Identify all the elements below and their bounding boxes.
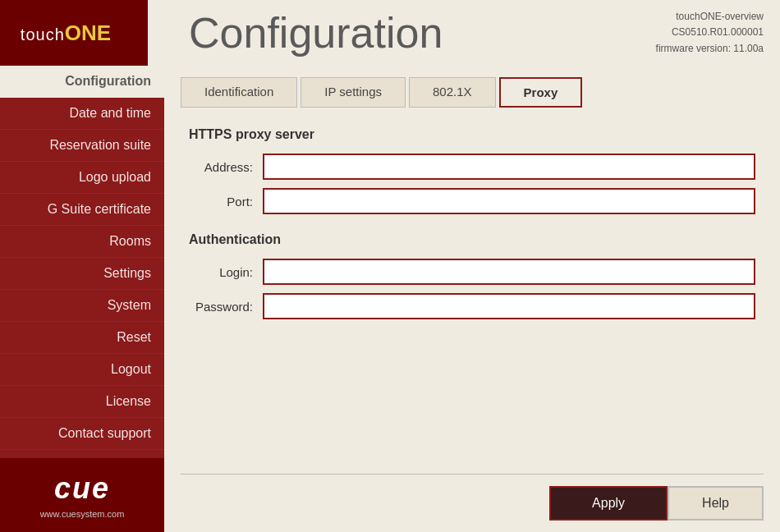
tabs-bar: Identification IP settings 802.1X Proxy bbox=[164, 66, 780, 108]
apply-button[interactable]: Apply bbox=[549, 486, 668, 521]
page-title: Configuration bbox=[189, 8, 656, 57]
sidebar-item-system[interactable]: System bbox=[0, 290, 164, 322]
sidebar-item-date-and-time[interactable]: Date and time bbox=[0, 98, 164, 130]
sidebar-item-rooms[interactable]: Rooms bbox=[0, 226, 164, 258]
sidebar-item-g-suite-certificate[interactable]: G Suite certificate bbox=[0, 194, 164, 226]
sidebar-item-configuration[interactable]: Configuration bbox=[0, 66, 164, 98]
cue-url: www.cuesystem.com bbox=[13, 509, 151, 519]
auth-section: Authentication Login: Password: bbox=[189, 232, 755, 319]
sidebar-bottom: cue www.cuesystem.com bbox=[0, 458, 164, 532]
https-section-title: HTTPS proxy server bbox=[189, 127, 755, 142]
logo-area: touch ONE bbox=[0, 0, 148, 66]
sidebar-item-settings[interactable]: Settings bbox=[0, 258, 164, 290]
address-label: Address: bbox=[189, 160, 263, 174]
login-row: Login: bbox=[189, 259, 755, 285]
sidebar-item-logo-upload[interactable]: Logo upload bbox=[0, 162, 164, 194]
version-info: touchONE-overview CS0510.R01.000001 firm… bbox=[656, 9, 764, 57]
sidebar-item-reset[interactable]: Reset bbox=[0, 322, 164, 354]
tab-ip-settings[interactable]: IP settings bbox=[301, 77, 406, 108]
password-label: Password: bbox=[189, 300, 263, 314]
password-row: Password: bbox=[189, 293, 755, 319]
tab-proxy[interactable]: Proxy bbox=[499, 77, 583, 108]
sidebar: Configuration Date and time Reservation … bbox=[0, 66, 164, 532]
help-button[interactable]: Help bbox=[668, 486, 764, 521]
port-input[interactable] bbox=[263, 188, 755, 214]
auth-section-title: Authentication bbox=[189, 232, 755, 247]
sidebar-item-logout[interactable]: Logout bbox=[0, 354, 164, 386]
address-row: Address: bbox=[189, 154, 755, 180]
address-input[interactable] bbox=[263, 154, 755, 180]
login-label: Login: bbox=[189, 265, 263, 279]
sidebar-item-reservation-suite[interactable]: Reservation suite bbox=[0, 130, 164, 162]
tab-identification[interactable]: Identification bbox=[181, 77, 297, 108]
sidebar-item-license[interactable]: License bbox=[0, 386, 164, 418]
sidebar-item-contact-support[interactable]: Contact support bbox=[0, 418, 164, 450]
cue-logo: cue bbox=[13, 471, 151, 506]
footer-buttons: Apply Help bbox=[164, 475, 780, 532]
logo-touch: touch bbox=[21, 25, 65, 44]
tab-802-1x[interactable]: 802.1X bbox=[409, 77, 496, 108]
port-label: Port: bbox=[189, 195, 263, 209]
login-input[interactable] bbox=[263, 259, 755, 285]
port-row: Port: bbox=[189, 188, 755, 214]
form-content: HTTPS proxy server Address: Port: Authen… bbox=[164, 108, 780, 474]
content-area: Identification IP settings 802.1X Proxy … bbox=[164, 66, 780, 532]
password-input[interactable] bbox=[263, 293, 755, 319]
logo-one: ONE bbox=[65, 21, 111, 46]
